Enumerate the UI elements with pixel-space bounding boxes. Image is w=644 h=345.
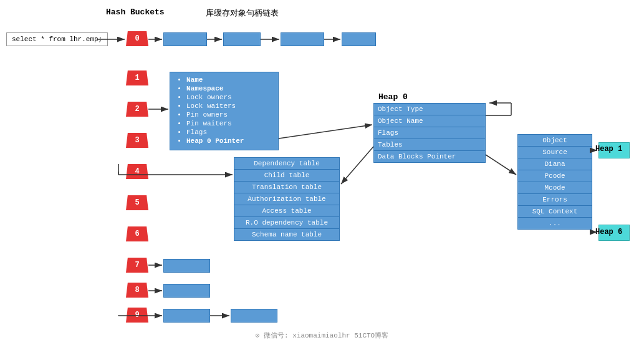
row9-box2 bbox=[231, 309, 277, 323]
row7-box1 bbox=[163, 259, 210, 273]
bucket-2: 2 bbox=[126, 102, 148, 117]
watermark: ⊙ 微信号: xiaomaimiaolhr 51CTO博客 bbox=[256, 331, 388, 340]
row8-box1 bbox=[163, 284, 210, 298]
bucket-7: 7 bbox=[126, 258, 148, 273]
hash-buckets-title: Hash Buckets bbox=[106, 7, 165, 17]
row0-box2 bbox=[223, 32, 261, 46]
bucket-4: 4 bbox=[126, 164, 148, 179]
heap0-box: Object Type Object Name Flags Tables Dat… bbox=[373, 103, 486, 163]
sql-box: select * from lhr.emp; bbox=[6, 32, 108, 46]
sql-text: select * from lhr.emp; bbox=[12, 36, 102, 43]
row9-box1 bbox=[163, 309, 210, 323]
lib-cache-title: 库缓存对象句柄链表 bbox=[206, 7, 279, 19]
bucket-5: 5 bbox=[126, 195, 148, 210]
heap6-label: Heap 6 bbox=[595, 228, 622, 236]
bucket-8: 8 bbox=[126, 283, 148, 298]
diagram-container: select * from lhr.emp; Hash Buckets 库缓存对… bbox=[0, 0, 644, 345]
bucket-3: 3 bbox=[126, 133, 148, 148]
bucket-1: 1 bbox=[126, 70, 148, 85]
row0-box1 bbox=[163, 32, 207, 46]
svg-line-12 bbox=[486, 155, 516, 175]
row0-box3 bbox=[281, 32, 324, 46]
bucket-6: 6 bbox=[126, 226, 148, 241]
row0-box4 bbox=[342, 32, 376, 46]
svg-line-8 bbox=[279, 125, 372, 138]
bucket-0: 0 bbox=[126, 31, 148, 46]
svg-line-11 bbox=[341, 147, 373, 184]
dep-box: Dependency table Child table Translation… bbox=[234, 157, 340, 241]
heap1-label: Heap 1 bbox=[595, 145, 622, 153]
right-col-box: Object Source Diana Pcode Mcode Errors S… bbox=[517, 134, 592, 230]
bucket-9: 9 bbox=[126, 308, 148, 323]
info-box: Name Namespace Lock owners Lock waiters … bbox=[170, 72, 279, 150]
heap0-label: Heap 0 bbox=[378, 92, 408, 102]
